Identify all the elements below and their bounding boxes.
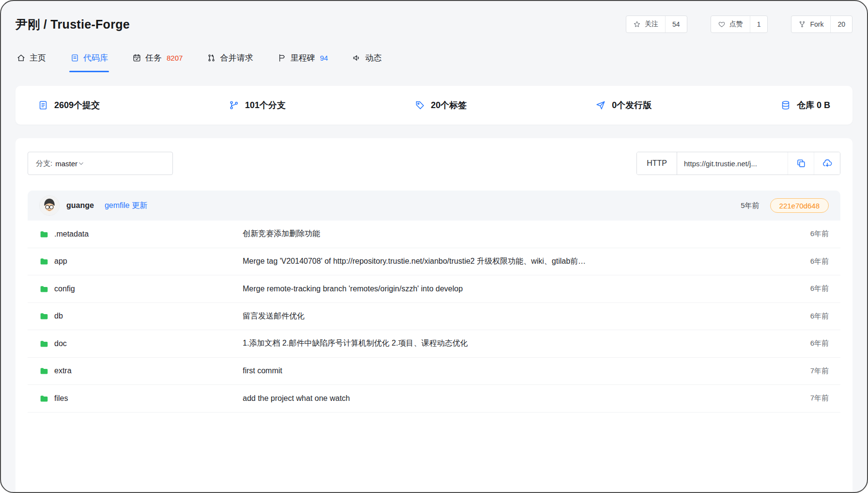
file-commit-message[interactable]: 1.添加文档 2.邮件中缺陷序号计算机制优化 2.项目、课程动态优化 [243, 338, 810, 349]
repo-stats-bar: 2609个提交 101个分支 20个标签 0个发行版 仓库 0 B [16, 86, 852, 125]
stat-commits[interactable]: 2609个提交 [38, 99, 100, 111]
stat-branches[interactable]: 101个分支 [229, 99, 286, 111]
file-name[interactable]: app [54, 257, 67, 266]
table-row[interactable]: extra first commit 7年前 [28, 358, 840, 385]
file-name[interactable]: config [54, 285, 75, 293]
cloud-download-icon [822, 158, 833, 169]
folder-icon [39, 339, 49, 349]
file-list: .metadata 创新竞赛添加删除功能 6年前 app Merge tag '… [28, 221, 840, 413]
repo-files-card: 分支: master HTTP [16, 138, 852, 493]
fork-icon [798, 20, 806, 28]
branch-value: master [55, 159, 78, 168]
clone-url-group: HTTP [636, 152, 840, 175]
tab-activity[interactable]: 动态 [351, 48, 383, 72]
branch-selector[interactable]: 分支: master [28, 152, 173, 175]
folder-icon [39, 311, 49, 321]
table-row[interactable]: files add the project what one watch 7年前 [28, 385, 840, 413]
tab-code-label: 代码库 [83, 52, 108, 64]
chevron-down-icon [78, 160, 85, 167]
folder-icon [39, 284, 49, 294]
tab-code[interactable]: 代码库 [69, 48, 109, 72]
commit-hash-badge[interactable]: 221e70d648 [770, 198, 829, 213]
commits-icon [38, 100, 48, 111]
file-time: 6年前 [810, 257, 829, 266]
clone-url-input[interactable] [677, 152, 788, 175]
latest-commit-bar: guange gemfile 更新 5年前 221e70d648 [28, 191, 840, 221]
file-commit-message[interactable]: add the project what one watch [243, 394, 810, 403]
stat-tags[interactable]: 20个标签 [415, 99, 467, 111]
milestone-icon [277, 53, 286, 63]
folder-icon [39, 394, 49, 403]
heart-icon [718, 20, 726, 28]
repo-icon [70, 53, 79, 63]
tab-tasks-count: 8207 [167, 54, 183, 62]
fork-button[interactable]: Fork 20 [791, 16, 852, 33]
table-row[interactable]: doc 1.添加文档 2.邮件中缺陷序号计算机制优化 2.项目、课程动态优化 6… [28, 330, 840, 358]
tab-home-label: 主页 [30, 52, 46, 64]
copy-button[interactable] [788, 152, 814, 175]
file-commit-message[interactable]: first commit [243, 366, 810, 375]
file-time: 6年前 [810, 312, 829, 321]
table-row[interactable]: db 留言发送邮件优化 6年前 [28, 303, 840, 331]
praise-count: 1 [750, 16, 768, 32]
home-icon [16, 53, 26, 63]
avatar[interactable] [39, 195, 60, 216]
stat-releases[interactable]: 0个发行版 [595, 99, 651, 111]
tab-home[interactable]: 主页 [16, 48, 47, 72]
file-time: 7年前 [810, 366, 829, 376]
stat-releases-label: 0个发行版 [612, 99, 651, 111]
table-row[interactable]: app Merge tag 'V20140708' of http://repo… [28, 248, 840, 276]
fork-label: Fork [810, 20, 823, 28]
tab-merge-requests[interactable]: 合并请求 [206, 48, 254, 72]
praise-button[interactable]: 点赞 1 [711, 16, 768, 33]
commit-message-link[interactable]: gemfile 更新 [105, 201, 147, 211]
file-name[interactable]: .metadata [54, 230, 89, 239]
tab-tasks-label: 任务 [145, 52, 162, 64]
file-commit-message[interactable]: 创新竞赛添加删除功能 [243, 229, 810, 239]
tab-tasks[interactable]: 任务 8207 [131, 48, 184, 72]
file-commit-message[interactable]: Merge remote-tracking branch 'remotes/or… [243, 285, 810, 293]
download-button[interactable] [814, 152, 840, 175]
commit-author[interactable]: guange [66, 201, 94, 210]
repo-toolbar: 分支: master HTTP [28, 152, 840, 175]
file-name[interactable]: db [54, 312, 63, 320]
folder-icon [39, 366, 49, 376]
file-name[interactable]: files [54, 394, 68, 403]
storage-icon [780, 100, 791, 111]
merge-icon [207, 53, 216, 63]
stat-repo-size[interactable]: 仓库 0 B [780, 99, 830, 111]
release-icon [595, 100, 606, 111]
watch-label: 关注 [645, 20, 658, 29]
stat-tags-label: 20个标签 [431, 99, 467, 111]
table-row[interactable]: config Merge remote-tracking branch 'rem… [28, 275, 840, 303]
file-commit-message[interactable]: 留言发送邮件优化 [243, 311, 810, 321]
repo-tabs: 主页 代码库 任务 8207 合并请求 里程碑 94 [1, 48, 867, 72]
tab-milestones[interactable]: 里程碑 94 [276, 48, 329, 72]
praise-label: 点赞 [729, 20, 743, 29]
file-time: 7年前 [810, 394, 829, 403]
page-title: 尹刚 / Trustie-Forge [16, 15, 130, 34]
commit-time: 5年前 [741, 201, 759, 210]
repo-header: 尹刚 / Trustie-Forge 关注 54 点赞 1 [1, 1, 867, 34]
file-commit-message[interactable]: Merge tag 'V20140708' of http://reposito… [243, 256, 810, 267]
stat-commits-label: 2609个提交 [54, 99, 100, 111]
tasks-icon [132, 53, 141, 63]
table-row[interactable]: .metadata 创新竞赛添加删除功能 6年前 [28, 221, 840, 248]
watch-button[interactable]: 关注 54 [626, 16, 687, 33]
file-time: 6年前 [810, 229, 829, 239]
tab-activity-label: 动态 [365, 52, 382, 64]
app-window: 尹刚 / Trustie-Forge 关注 54 点赞 1 [0, 0, 868, 493]
watch-count: 54 [665, 16, 687, 32]
protocol-button[interactable]: HTTP [637, 152, 677, 175]
stat-branches-label: 101个分支 [245, 99, 286, 111]
tab-merge-requests-label: 合并请求 [220, 52, 253, 64]
folder-icon [39, 229, 49, 239]
folder-icon [39, 256, 49, 266]
branch-icon [229, 100, 239, 111]
file-name[interactable]: extra [54, 366, 72, 375]
header-actions: 关注 54 点赞 1 Fork [626, 16, 852, 33]
fork-count: 20 [830, 16, 852, 32]
branch-label: 分支: [36, 159, 52, 168]
tab-milestones-label: 里程碑 [290, 52, 315, 64]
file-name[interactable]: doc [54, 339, 67, 348]
